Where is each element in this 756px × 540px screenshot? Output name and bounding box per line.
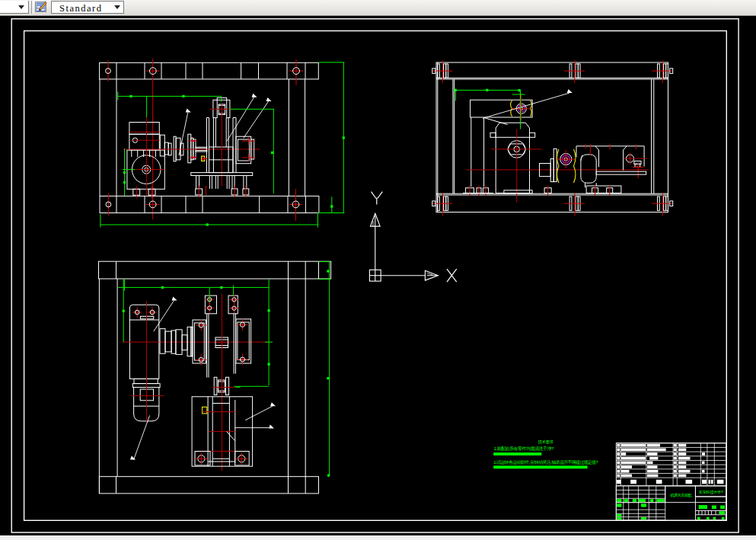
svg-text:1.试运转 各运动部件, 应转动灵活, 轴承温升不得超过规定: 1.试运转 各运动部件, 应转动灵活, 轴承温升不得超过规定值? xyxy=(493,459,598,465)
svg-text:1.装配前所有零件均需清洗干净?: 1.装配前所有零件均需清洗干净? xyxy=(494,446,555,452)
svg-text:机床夹具装配: 机床夹具装配 xyxy=(671,493,693,498)
svg-text:某某科技大学?: 某某科技大学? xyxy=(699,490,723,494)
svg-text:技术要求: 技术要求 xyxy=(538,439,554,445)
